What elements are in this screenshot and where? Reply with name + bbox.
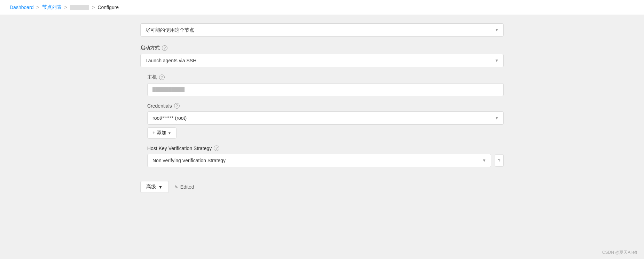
credentials-select[interactable]: root/****** (root) <box>147 111 504 125</box>
host-key-label: Host Key Verification Strategy ? <box>147 146 504 151</box>
edit-pencil-icon: ✎ <box>174 185 178 190</box>
host-help-icon[interactable]: ? <box>159 74 165 80</box>
form-container: 尽可能的使用这个节点 ▼ 启动方式 ? Launch agents via SS… <box>131 15 513 201</box>
watermark: CSDN @夏天Aileft <box>602 250 637 256</box>
host-key-wrapper: Non verifying Verification Strategy ▼ <box>147 154 491 167</box>
credentials-label-text: Credentials <box>147 103 172 109</box>
breadcrumb-sep1: > <box>37 5 39 10</box>
launch-method-label-text: 启动方式 <box>140 45 160 51</box>
host-label: 主机 ? <box>147 74 504 80</box>
use-node-wrapper: 尽可能的使用这个节点 ▼ <box>140 23 504 37</box>
use-node-section: 尽可能的使用这个节点 ▼ <box>140 23 504 37</box>
add-credentials-button[interactable]: + 添加 ▼ <box>147 127 176 139</box>
host-key-group: Host Key Verification Strategy ? Non ver… <box>147 146 504 167</box>
advanced-button[interactable]: 高级 ▼ <box>140 181 169 193</box>
breadcrumb-configure: Configure <box>97 5 119 10</box>
breadcrumb-sep2: > <box>64 5 67 10</box>
edited-text: Edited <box>180 184 194 190</box>
page-wrapper: Dashboard > 节点列表 > > Configure 尽可能的使用这个节… <box>0 0 644 259</box>
launch-method-label: 启动方式 ? <box>140 45 504 51</box>
advanced-chevron-icon: ▼ <box>158 184 163 190</box>
launch-method-select[interactable]: Launch agents via SSH <box>140 54 504 67</box>
breadcrumb-node-list[interactable]: 节点列表 <box>42 4 62 10</box>
credentials-group: Credentials ? root/****** (root) ▼ + 添加 … <box>147 103 504 139</box>
breadcrumb-sep3: > <box>92 5 95 10</box>
breadcrumb-node-name <box>70 5 89 10</box>
credentials-label: Credentials ? <box>147 103 504 109</box>
host-key-label-text: Host Key Verification Strategy <box>147 146 212 151</box>
bottom-bar: 高级 ▼ ✎ Edited <box>140 175 504 193</box>
host-label-text: 主机 <box>147 74 157 80</box>
breadcrumb-dashboard[interactable]: Dashboard <box>10 5 34 10</box>
host-input[interactable] <box>147 83 504 96</box>
add-btn-arrow-icon: ▼ <box>168 131 171 135</box>
indented-section: 主机 ? Credentials ? root/****** (root) ▼ <box>140 74 504 167</box>
credentials-wrapper: root/****** (root) ▼ <box>147 111 504 125</box>
host-key-row: Non verifying Verification Strategy ▼ ? <box>147 154 504 167</box>
add-btn-label: + 添加 <box>152 130 166 136</box>
launch-method-wrapper: Launch agents via SSH ▼ <box>140 54 504 67</box>
use-node-select[interactable]: 尽可能的使用这个节点 <box>140 23 504 37</box>
edited-label: ✎ Edited <box>174 184 194 190</box>
breadcrumb: Dashboard > 节点列表 > > Configure <box>0 0 644 15</box>
launch-method-help-icon[interactable]: ? <box>162 45 167 51</box>
host-key-question-button[interactable]: ? <box>495 154 504 167</box>
credentials-help-icon[interactable]: ? <box>174 103 180 109</box>
launch-method-group: 启动方式 ? Launch agents via SSH ▼ <box>140 45 504 67</box>
host-key-select[interactable]: Non verifying Verification Strategy <box>147 154 491 167</box>
advanced-button-label: 高级 <box>146 184 156 190</box>
host-key-help-icon[interactable]: ? <box>214 146 219 151</box>
host-group: 主机 ? <box>147 74 504 96</box>
